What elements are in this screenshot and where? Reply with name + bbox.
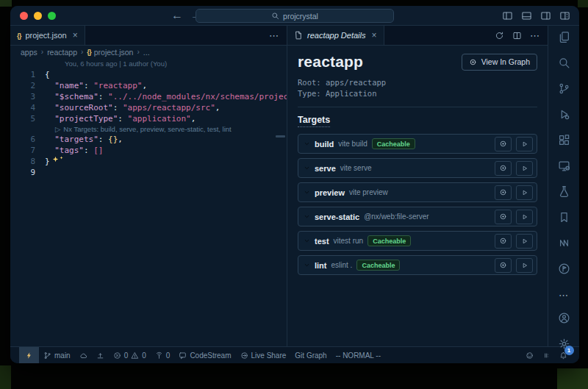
status-codestream[interactable]: CodeStream (174, 347, 235, 363)
activity-item-bookmarks[interactable] (558, 211, 570, 226)
code-token: "projectType" (54, 114, 118, 124)
target-row-preview[interactable]: previewvite preview (298, 182, 537, 202)
run-target-button[interactable] (516, 137, 533, 151)
activity-item-explorer[interactable] (558, 31, 570, 46)
activity-item-run-debug[interactable] (558, 108, 570, 124)
toggle-panel-icon[interactable] (521, 10, 532, 21)
code-token: : (118, 114, 127, 124)
status-live-share[interactable]: Live Share (236, 347, 291, 363)
activity-item-more[interactable]: ⋯ (559, 288, 569, 301)
status-label: CodeStream (190, 351, 231, 360)
code-line[interactable]: 5 "projectType": "application", (10, 113, 287, 124)
status-ports[interactable]: 0 (151, 347, 175, 363)
activity-item-remote-explorer[interactable] (558, 160, 570, 175)
target-row-build[interactable]: buildvite buildCacheable (298, 134, 537, 154)
activity-item-settings-gear[interactable]: 1 (558, 338, 570, 353)
smiley-icon (526, 351, 534, 360)
command-center-search[interactable]: projcrystal (196, 9, 394, 23)
view-in-graph-button[interactable]: View In Graph (462, 54, 537, 71)
close-tab-icon[interactable]: × (372, 31, 377, 40)
breadcrumb-item-[interactable]: ... (143, 48, 150, 57)
chevron-down-icon[interactable] (304, 262, 310, 268)
activity-item-extensions[interactable] (558, 134, 570, 149)
project-type: Type: Application (298, 88, 537, 99)
activity-item-accounts[interactable] (558, 312, 570, 327)
split-editor-icon[interactable] (512, 31, 522, 40)
remote-explorer-icon (558, 160, 570, 172)
code-line[interactable]: 4 "sourceRoot": "apps/reactapp/src", (10, 102, 287, 113)
chevron-down-icon[interactable] (304, 238, 310, 244)
target-name: lint (315, 261, 327, 270)
more-actions-icon[interactable]: ⋯ (269, 30, 279, 41)
chevron-down-icon[interactable] (304, 165, 310, 171)
tab-project-json[interactable]: {} project.json × (10, 26, 85, 45)
graph-icon (469, 58, 477, 66)
title-bar[interactable]: ← → projcrystal (10, 6, 579, 26)
back-icon[interactable]: ← (171, 9, 183, 22)
refresh-icon[interactable] (495, 31, 504, 40)
sparkle-icon (52, 156, 63, 167)
toggle-primary-sidebar-icon[interactable] (502, 10, 513, 21)
status-problems[interactable]: 00 (109, 347, 151, 363)
status-vim-mode[interactable]: -- NORMAL -- (331, 347, 385, 363)
view-target-graph-button[interactable] (495, 234, 512, 249)
target-row-lint[interactable]: linteslint .Cacheable (298, 255, 537, 275)
chevron-down-icon[interactable] (304, 213, 310, 220)
target-name: serve (315, 164, 336, 173)
code-editor[interactable]: You, 6 hours ago | 1 author (You) 1{2 "n… (10, 58, 287, 346)
activity-item-source-control[interactable] (558, 82, 570, 98)
customize-layout-icon[interactable] (559, 10, 570, 21)
chevron-down-icon[interactable] (304, 140, 310, 147)
zoom-window-button[interactable] (48, 12, 56, 20)
more-actions-icon[interactable]: ⋯ (530, 30, 540, 41)
code-line[interactable]: 2 "name": "reactapp", (10, 80, 287, 91)
view-target-graph-button[interactable] (495, 137, 512, 151)
extensions-icon (558, 134, 570, 146)
target-row-test[interactable]: testvitest runCacheable (298, 231, 537, 251)
code-line[interactable]: 7 "tags": [] (10, 145, 287, 156)
activity-item-nx-console[interactable] (558, 237, 570, 252)
minimize-window-button[interactable] (34, 12, 42, 20)
breadcrumb-item-projectjson[interactable]: {}project.json (87, 48, 133, 57)
status-feedback[interactable] (521, 351, 538, 360)
run-target-button[interactable] (516, 234, 533, 249)
run-target-button[interactable] (516, 258, 533, 273)
status-bars-icon (542, 351, 551, 360)
activity-item-search[interactable] (558, 57, 570, 72)
tab-reactapp-details[interactable]: reactapp Details × (287, 26, 384, 45)
run-target-button[interactable] (516, 185, 533, 200)
view-target-graph-button[interactable] (495, 258, 512, 273)
code-line[interactable]: 3 "$schema": "../../node_modules/nx/sche… (10, 91, 287, 102)
scrollbar-thumb[interactable] (276, 135, 285, 138)
view-target-graph-button[interactable] (495, 161, 512, 176)
breadcrumb-item-apps[interactable]: apps (21, 48, 37, 57)
target-row-serve[interactable]: servevite serve (298, 158, 537, 178)
close-window-button[interactable] (20, 12, 28, 20)
target-row-serve-static[interactable]: serve-static@nx/web:file-server (298, 207, 537, 226)
toggle-secondary-sidebar-icon[interactable] (540, 10, 551, 21)
run-target-button[interactable] (516, 210, 533, 224)
code-token: : (84, 146, 93, 155)
code-line[interactable]: 6 "targets": {}, (10, 134, 287, 145)
code-token: { (45, 70, 50, 79)
status-remote-indicator[interactable] (19, 347, 39, 363)
view-target-graph-button[interactable] (495, 210, 512, 224)
status-git-graph[interactable]: Git Graph (290, 347, 331, 363)
status-editor-indicator[interactable] (538, 351, 555, 360)
activity-item-flag-circle[interactable] (558, 263, 570, 278)
code-line[interactable]: 1{ (10, 69, 287, 80)
run-target-button[interactable] (516, 161, 533, 176)
activity-item-testing[interactable] (558, 185, 570, 201)
view-target-graph-button[interactable] (495, 185, 512, 200)
status-gitlens-sync[interactable] (75, 347, 92, 363)
status-publish[interactable] (92, 347, 109, 363)
code-line[interactable]: 9 (10, 167, 287, 178)
close-tab-icon[interactable]: × (73, 31, 78, 40)
breadcrumb-item-reactapp[interactable]: reactapp (47, 48, 77, 57)
chevron-down-icon[interactable] (304, 189, 310, 196)
sparkle-star-icon (52, 156, 59, 163)
graph-icon (499, 261, 507, 269)
code-line[interactable]: 8} (10, 156, 287, 167)
status-git-branch[interactable]: main (39, 347, 75, 363)
nx-targets-codelens[interactable]: ▷Nx Targets: build, serve, preview, serv… (55, 124, 287, 134)
